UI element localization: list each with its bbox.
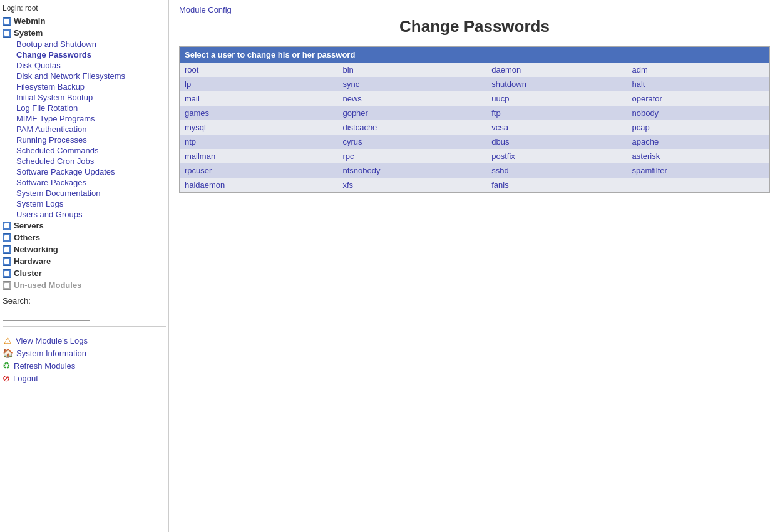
- user-cell[interactable]: xfs: [337, 178, 486, 193]
- user-cell[interactable]: mysql: [180, 120, 338, 135]
- search-label: Search:: [3, 296, 166, 305]
- page-title: Change Passwords: [179, 17, 770, 36]
- user-cell[interactable]: apache: [627, 135, 769, 149]
- view-logs-label: View Module's Logs: [16, 336, 88, 345]
- table-row: lpsyncshutdownhalt: [180, 77, 770, 91]
- refresh-modules-label: Refresh Modules: [14, 361, 75, 371]
- table-row: rootbindaemonadm: [180, 63, 770, 77]
- user-cell[interactable]: operator: [627, 91, 769, 106]
- user-cell[interactable]: vcsa: [486, 120, 627, 135]
- unused-icon: [3, 281, 11, 290]
- user-cell[interactable]: rpc: [337, 149, 486, 163]
- system-info-label: System Information: [16, 349, 86, 358]
- cluster-nav-header[interactable]: Cluster: [3, 267, 166, 279]
- user-cell[interactable]: ftp: [486, 106, 627, 120]
- webmin-icon: [3, 17, 11, 26]
- sidebar-item-disk-and-network-filesystems[interactable]: Disk and Network Filesystems: [15, 71, 166, 81]
- sidebar-item-filesystem-backup[interactable]: Filesystem Backup: [15, 81, 166, 92]
- sidebar-item-system-logs[interactable]: System Logs: [15, 198, 166, 209]
- user-cell[interactable]: rpcuser: [180, 163, 338, 178]
- login-text: Login: root: [3, 4, 166, 13]
- user-cell[interactable]: sshd: [486, 163, 627, 178]
- user-cell[interactable]: fanis: [486, 178, 627, 193]
- user-cell[interactable]: nobody: [627, 106, 769, 120]
- user-table: Select a user to change his or her passw…: [179, 46, 770, 193]
- refresh-modules-link[interactable]: ♻ Refresh Modules: [3, 359, 166, 372]
- sidebar-item-running-processes[interactable]: Running Processes: [15, 135, 166, 145]
- system-icon: [3, 29, 11, 38]
- sidebar-item-initial-system-bootup[interactable]: Initial System Bootup: [15, 92, 166, 103]
- logout-link[interactable]: ⊘ Logout: [3, 372, 166, 384]
- user-cell[interactable]: bin: [337, 63, 486, 77]
- unused-label: Un-used Modules: [14, 280, 81, 290]
- user-cell[interactable]: lp: [180, 77, 338, 91]
- user-cell[interactable]: sync: [337, 77, 486, 91]
- user-cell[interactable]: games: [180, 106, 338, 120]
- sidebar-item-software-package-updates[interactable]: Software Package Updates: [15, 166, 166, 177]
- sidebar-item-users-and-groups[interactable]: Users and Groups: [15, 209, 166, 220]
- view-logs-link[interactable]: View Module's Logs: [3, 334, 166, 347]
- user-cell[interactable]: ntp: [180, 135, 338, 149]
- user-cell[interactable]: haldaemon: [180, 178, 338, 193]
- hardware-nav-header[interactable]: Hardware: [3, 255, 166, 267]
- logout-icon: ⊘: [3, 373, 10, 383]
- system-nav-header[interactable]: System: [3, 27, 166, 39]
- sidebar-item-software-packages[interactable]: Software Packages: [15, 177, 166, 188]
- user-cell[interactable]: spamfilter: [627, 163, 769, 178]
- servers-label: Servers: [14, 221, 44, 230]
- user-cell[interactable]: shutdown: [486, 77, 627, 91]
- user-cell[interactable]: cyrus: [337, 135, 486, 149]
- user-cell[interactable]: adm: [627, 63, 769, 77]
- sidebar-item-log-file-rotation[interactable]: Log File Rotation: [15, 103, 166, 113]
- user-cell[interactable]: gopher: [337, 106, 486, 120]
- unused-nav-header[interactable]: Un-used Modules: [3, 279, 166, 291]
- sidebar-item-disk-quotas[interactable]: Disk Quotas: [15, 60, 166, 71]
- module-config-link[interactable]: Module Config: [179, 5, 232, 14]
- footer-links: View Module's Logs 🏠 System Information …: [3, 334, 166, 384]
- networking-nav-header[interactable]: Networking: [3, 243, 166, 255]
- sidebar-divider: [3, 326, 166, 327]
- user-cell[interactable]: mailman: [180, 149, 338, 163]
- user-cell[interactable]: mail: [180, 91, 338, 106]
- system-label: System: [14, 28, 43, 38]
- hardware-icon: [3, 257, 11, 266]
- sidebar-item-scheduled-cron-jobs[interactable]: Scheduled Cron Jobs: [15, 156, 166, 166]
- webmin-nav-header[interactable]: Webmin: [3, 15, 166, 27]
- main-content: Module Config Change Passwords Select a …: [169, 0, 780, 532]
- system-sub-items: Bootup and ShutdownChange PasswordsDisk …: [3, 39, 166, 220]
- sidebar-item-bootup-and-shutdown[interactable]: Bootup and Shutdown: [15, 39, 166, 49]
- user-cell[interactable]: nfsnobody: [337, 163, 486, 178]
- sidebar-item-change-passwords[interactable]: Change Passwords: [15, 49, 166, 60]
- table-row: rpcusernfsnobodysshdspamfilter: [180, 163, 770, 178]
- table-row: gamesgopherftpnobody: [180, 106, 770, 120]
- user-cell[interactable]: uucp: [486, 91, 627, 106]
- sidebar-item-scheduled-commands[interactable]: Scheduled Commands: [15, 145, 166, 156]
- sidebar-item-mime-type-programs[interactable]: MIME Type Programs: [15, 113, 166, 124]
- user-cell[interactable]: halt: [627, 77, 769, 91]
- warning-icon: [3, 335, 13, 345]
- table-row: haldaemonxfsfanis: [180, 178, 770, 193]
- table-row: mailnewsuucpoperator: [180, 91, 770, 106]
- sidebar-item-system-documentation[interactable]: System Documentation: [15, 188, 166, 198]
- system-info-link[interactable]: 🏠 System Information: [3, 347, 166, 359]
- table-header: Select a user to change his or her passw…: [180, 47, 770, 63]
- sidebar-item-pam-authentication[interactable]: PAM Authentication: [15, 124, 166, 135]
- user-cell[interactable]: pcap: [627, 120, 769, 135]
- user-cell[interactable]: asterisk: [627, 149, 769, 163]
- user-cell[interactable]: postfix: [486, 149, 627, 163]
- table-row: ntpcyrusdbusapache: [180, 135, 770, 149]
- others-label: Others: [14, 233, 40, 242]
- servers-nav-header[interactable]: Servers: [3, 220, 166, 232]
- networking-icon: [3, 245, 11, 254]
- user-cell[interactable]: distcache: [337, 120, 486, 135]
- user-cell[interactable]: news: [337, 91, 486, 106]
- others-nav-header[interactable]: Others: [3, 232, 166, 243]
- networking-label: Networking: [14, 245, 58, 254]
- user-cell[interactable]: dbus: [486, 135, 627, 149]
- user-cell: [627, 178, 769, 193]
- search-input[interactable]: [3, 307, 90, 321]
- cluster-icon: [3, 269, 11, 278]
- logout-label: Logout: [13, 374, 38, 383]
- user-cell[interactable]: root: [180, 63, 338, 77]
- user-cell[interactable]: daemon: [486, 63, 627, 77]
